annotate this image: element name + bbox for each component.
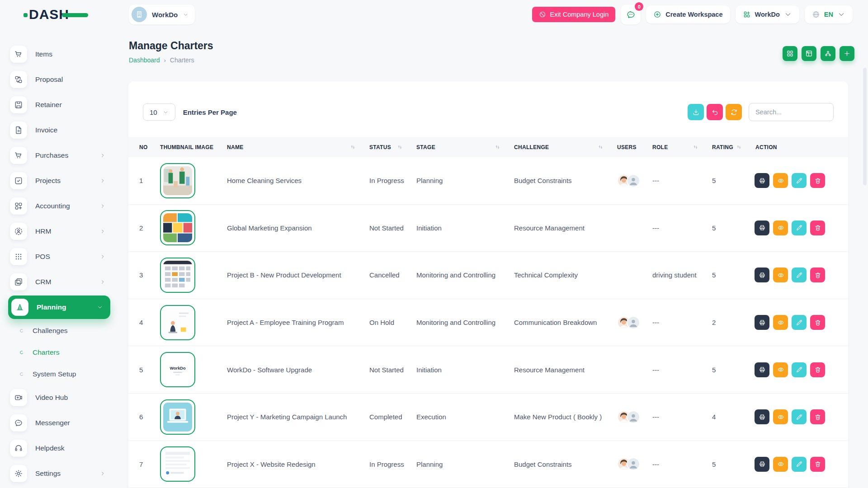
pencil-icon: [796, 460, 803, 468]
thumbnail-image[interactable]: WorkDo: [160, 352, 195, 387]
chevron-down-icon: [837, 10, 845, 19]
charters-card: 10 Entries Per Page NOTHUMBNAIL IMAGENAM…: [128, 81, 848, 488]
video-icon: [10, 389, 27, 406]
column-header-name[interactable]: NAME: [220, 144, 362, 150]
column-header-role[interactable]: ROLE: [645, 144, 705, 150]
entries-per-page-select[interactable]: 10: [143, 103, 175, 121]
sidebar-item-pos[interactable]: POS: [8, 244, 110, 269]
sidebar-subitem-system-setup[interactable]: System Setup: [8, 363, 110, 385]
breadcrumb-dashboard-link[interactable]: Dashboard: [129, 56, 160, 64]
view-button[interactable]: [773, 457, 788, 472]
sidebar-item-planning[interactable]: Planning: [8, 296, 110, 319]
view-button[interactable]: [773, 409, 788, 424]
user-avatar-placeholder[interactable]: [627, 316, 640, 329]
sidebar-item-retainer[interactable]: Retainer: [8, 92, 110, 117]
print-button[interactable]: [755, 267, 769, 282]
view-button[interactable]: [773, 173, 788, 188]
delete-button[interactable]: [810, 267, 825, 282]
add-charter-button[interactable]: [840, 46, 854, 61]
column-header-stage[interactable]: STAGE: [409, 144, 507, 150]
delete-button[interactable]: [810, 173, 825, 188]
topbar: WorkDo Exit Company Login 0 Create Works…: [117, 0, 868, 29]
sidebar-item-items[interactable]: Items: [8, 42, 110, 67]
sort-icon[interactable]: [495, 144, 500, 150]
messages-button[interactable]: 0: [621, 5, 641, 24]
crm-icon: [10, 273, 27, 291]
page-scrollbar[interactable]: [863, 68, 867, 185]
charter-status: On Hold: [362, 319, 409, 326]
sidebar-item-purchases[interactable]: Purchases: [8, 143, 110, 168]
breadcrumb: Dashboard › Charters: [129, 56, 213, 64]
sidebar-item-messenger[interactable]: Messenger: [8, 410, 110, 436]
sidebar-item-projects[interactable]: Projects: [8, 168, 110, 193]
thumbnail-image[interactable]: [160, 210, 195, 245]
sort-icon[interactable]: [693, 144, 698, 150]
sidebar-subitem-charters[interactable]: Charters: [8, 342, 110, 363]
sidebar-item-proposal[interactable]: Proposal: [8, 67, 110, 92]
edit-button[interactable]: [792, 457, 807, 472]
view-button[interactable]: [773, 221, 788, 235]
print-button[interactable]: [755, 409, 769, 424]
sort-icon[interactable]: [736, 144, 742, 150]
thumbnail-image[interactable]: [160, 163, 195, 198]
view-button[interactable]: [773, 315, 788, 330]
sidebar-subitem-challenges[interactable]: Challenges: [8, 320, 110, 342]
sidebar-item-accounting[interactable]: Accounting: [8, 193, 110, 219]
edit-button[interactable]: [792, 267, 807, 282]
print-button[interactable]: [755, 362, 769, 377]
charter-role: driving student: [645, 271, 705, 279]
sidebar-item-hrm[interactable]: HRM: [8, 219, 110, 244]
delete-button[interactable]: [810, 362, 825, 377]
edit-button[interactable]: [792, 362, 807, 377]
table-view-button[interactable]: [802, 46, 816, 61]
delete-button[interactable]: [810, 457, 825, 472]
print-button[interactable]: [755, 173, 769, 188]
print-button[interactable]: [755, 457, 769, 472]
print-button[interactable]: [755, 315, 769, 330]
print-button[interactable]: [755, 221, 769, 235]
user-avatar-placeholder[interactable]: [627, 410, 640, 424]
sidebar-item-video-hub[interactable]: Video Hub: [8, 385, 110, 410]
thumbnail-image[interactable]: [160, 258, 195, 293]
exit-company-login-button[interactable]: Exit Company Login: [532, 7, 615, 22]
sort-icon[interactable]: [397, 144, 403, 150]
user-avatar-placeholder[interactable]: [627, 457, 640, 471]
workdo-menu-button[interactable]: WorkDo: [736, 5, 799, 23]
charter-row: 5WorkDoWorkDo - Software UpgradeNot Star…: [128, 346, 848, 394]
edit-button[interactable]: [792, 315, 807, 330]
column-header-rating[interactable]: RATING: [705, 144, 748, 150]
sort-icon[interactable]: [598, 144, 604, 150]
charter-role: ---: [645, 177, 705, 184]
ban-icon: [539, 11, 546, 18]
app-logo[interactable]: DASH: [0, 0, 117, 29]
delete-button[interactable]: [810, 315, 825, 330]
sidebar-item-settings[interactable]: Settings: [8, 461, 110, 486]
grid-view-button[interactable]: [783, 46, 797, 61]
view-button[interactable]: [773, 267, 788, 282]
chevron-right-icon: [99, 228, 106, 235]
thumbnail-image[interactable]: [160, 305, 195, 340]
refresh-button[interactable]: [726, 104, 742, 120]
search-input[interactable]: [749, 103, 834, 121]
user-avatar-placeholder[interactable]: [627, 174, 640, 188]
edit-button[interactable]: [792, 409, 807, 424]
delete-button[interactable]: [810, 221, 825, 235]
delete-button[interactable]: [810, 409, 825, 424]
sidebar-item-invoice[interactable]: Invoice: [8, 117, 110, 143]
create-workspace-button[interactable]: Create Workspace: [646, 5, 730, 23]
sidebar-item-helpdesk[interactable]: Helpdesk: [8, 436, 110, 461]
column-header-challenge[interactable]: CHALLENGE: [507, 144, 610, 150]
export-button[interactable]: [688, 104, 704, 120]
thumbnail-image[interactable]: [160, 399, 195, 435]
workspace-selector[interactable]: WorkDo: [129, 5, 195, 24]
undo-button[interactable]: [707, 104, 723, 120]
view-button[interactable]: [773, 362, 788, 377]
language-selector[interactable]: EN: [805, 5, 853, 23]
edit-button[interactable]: [792, 221, 807, 235]
thumbnail-image[interactable]: [160, 446, 195, 482]
sitemap-view-button[interactable]: [821, 46, 835, 61]
sidebar-item-crm[interactable]: CRM: [8, 269, 110, 295]
column-header-status[interactable]: STATUS: [362, 144, 409, 150]
edit-button[interactable]: [792, 173, 807, 188]
sort-icon[interactable]: [350, 144, 356, 150]
